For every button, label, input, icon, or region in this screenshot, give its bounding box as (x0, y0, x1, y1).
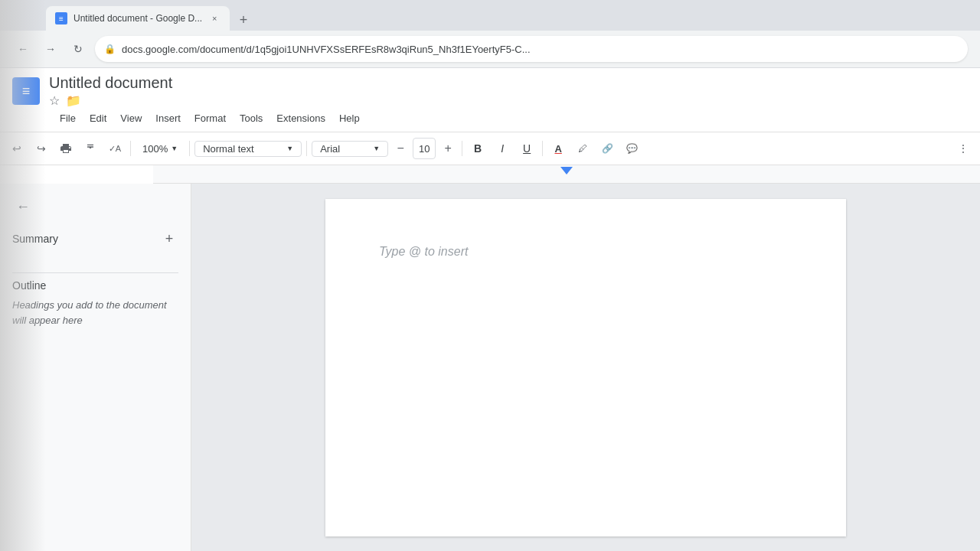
sidebar-add-button[interactable]: + (160, 230, 178, 248)
menu-edit[interactable]: Edit (83, 109, 113, 127)
browser-tab[interactable]: Untitled document - Google D... × (46, 6, 230, 31)
lock-icon: 🔒 (104, 44, 116, 54)
tab-bar: Untitled document - Google D... × + (0, 0, 980, 31)
font-arrow-icon: ▼ (373, 145, 380, 152)
star-icon[interactable]: ☆ (49, 93, 60, 108)
spell-check-button[interactable]: ✓A (104, 138, 126, 159)
tab-title: Untitled document - Google D... (74, 13, 202, 24)
bold-button[interactable]: B (467, 138, 488, 159)
tab-favicon-icon (55, 12, 67, 24)
menu-insert[interactable]: Insert (149, 109, 187, 127)
refresh-button[interactable]: ↻ (67, 38, 89, 60)
outline-title: Outline (12, 279, 178, 292)
zoom-value: 100% (142, 143, 168, 155)
doc-placeholder: Type @ to insert (379, 245, 468, 259)
toolbar-divider-2 (189, 141, 190, 156)
toolbar-divider-1 (130, 141, 131, 156)
redo-button[interactable]: ↪ (31, 138, 52, 159)
app-area: Untitled document ☆ 📁 File Edit View Ins… (0, 68, 980, 551)
font-size-display[interactable]: 10 (413, 138, 436, 159)
style-value: Normal text (203, 143, 253, 155)
new-tab-button[interactable]: + (233, 9, 254, 31)
underline-button[interactable]: U (516, 138, 537, 159)
toolbar: ↩ ↪ ✓A 100% ▼ Normal text (0, 132, 980, 165)
italic-button[interactable]: I (492, 138, 513, 159)
comment-button[interactable]: 💬 (621, 138, 642, 159)
back-button[interactable]: ← (12, 38, 34, 60)
menu-bar: File Edit View Insert Format Tools Exten… (0, 108, 980, 132)
ruler-marker (560, 167, 573, 174)
folder-icon[interactable]: 📁 (66, 93, 81, 108)
forward-button[interactable]: → (40, 38, 61, 60)
menu-help[interactable]: Help (333, 109, 366, 127)
doc-app-icon (12, 77, 40, 105)
highlight-button[interactable]: 🖊 (572, 138, 593, 159)
font-size-decrease-button[interactable]: − (391, 139, 410, 158)
doc-header: Untitled document ☆ 📁 (0, 68, 980, 108)
sidebar-summary-title: Summary (12, 233, 58, 245)
doc-title-area: Untitled document ☆ 📁 (49, 74, 172, 108)
menu-file[interactable]: File (54, 109, 82, 127)
font-size-increase-button[interactable]: + (439, 139, 457, 158)
sidebar-summary-section: Summary + (12, 230, 178, 254)
ruler (153, 165, 980, 184)
undo-button[interactable]: ↩ (6, 138, 28, 159)
zoom-arrow-icon: ▼ (171, 145, 178, 152)
zoom-selector[interactable]: 100% ▼ (136, 141, 185, 157)
menu-tools[interactable]: Tools (234, 109, 269, 127)
doc-area[interactable]: Type @ to insert (191, 184, 980, 551)
more-options-button[interactable]: ⋮ (952, 138, 974, 159)
address-bar-row: ← → ↻ 🔒 docs.google.com/document/d/1q5gj… (0, 31, 980, 67)
paint-format-button[interactable] (80, 138, 101, 159)
font-value: Arial (320, 143, 340, 155)
print-button[interactable] (55, 138, 77, 159)
doc-title[interactable]: Untitled document (49, 74, 172, 92)
style-selector[interactable]: Normal text ▼ (194, 141, 302, 157)
style-arrow-icon: ▼ (286, 145, 293, 152)
toolbar-divider-5 (542, 141, 543, 156)
sidebar-divider (12, 272, 178, 273)
tab-close-button[interactable]: × (208, 12, 220, 24)
main-content: ← Summary + Outline Headings you add to … (0, 184, 980, 551)
link-button[interactable]: 🔗 (596, 138, 618, 159)
font-selector[interactable]: Arial ▼ (312, 141, 388, 157)
address-bar[interactable]: 🔒 docs.google.com/document/d/1q5gjoi1UNH… (95, 36, 968, 62)
doc-title-actions: ☆ 📁 (49, 93, 172, 108)
doc-page[interactable]: Type @ to insert (325, 199, 846, 536)
browser-chrome: Untitled document - Google D... × + ← → … (0, 0, 980, 68)
menu-extensions[interactable]: Extensions (270, 109, 332, 127)
text-color-button[interactable]: A (547, 138, 569, 159)
toolbar-divider-4 (462, 141, 462, 156)
sidebar-summary-header: Summary + (12, 230, 178, 248)
sidebar-back-button[interactable]: ← (12, 196, 34, 217)
sidebar: ← Summary + Outline Headings you add to … (0, 184, 191, 551)
toolbar-divider-3 (306, 141, 307, 156)
menu-view[interactable]: View (114, 109, 148, 127)
menu-format[interactable]: Format (188, 109, 232, 127)
url-text: docs.google.com/document/d/1q5gjoi1UNHVF… (122, 44, 959, 55)
outline-hint: Headings you add to the document will ap… (12, 298, 178, 328)
sidebar-outline-section: Outline Headings you add to the document… (12, 279, 178, 328)
